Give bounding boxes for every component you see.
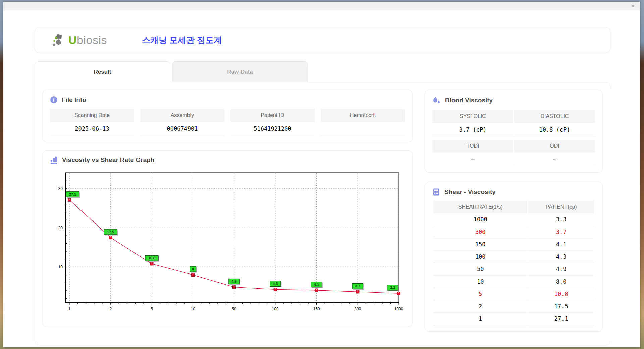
patient-viscosity-cell: 27.1: [528, 313, 594, 325]
file-info-card: File Info Scanning Date Assembly Patient…: [42, 90, 413, 142]
svg-text:1: 1: [68, 307, 71, 311]
field-value-hematocrit: [321, 122, 405, 136]
svg-text:3.3: 3.3: [390, 286, 395, 290]
shear-viscosity-card: Shear - Viscosity SHEAR RATE(1/s) PATIEN…: [425, 182, 603, 332]
field-value-scanning-date: 2025-06-13: [50, 122, 134, 136]
shear-table-row: 150 4.1: [433, 238, 594, 251]
todi-label: TODI: [432, 140, 513, 153]
field-value-patient-id: 51641921200: [230, 122, 315, 136]
viscosity-graph-card: Viscosity vs Shear Rate Graph 1020301251…: [42, 150, 413, 327]
tab-bar: Result Raw Data: [35, 61, 610, 82]
shear-rate-cell: 100: [433, 251, 527, 263]
file-info-title: File Info: [62, 96, 86, 104]
svg-text:10: 10: [58, 265, 63, 269]
svg-text:5: 5: [151, 307, 153, 311]
shear-rate-cell: 5: [433, 288, 527, 300]
systolic-label: SYSTOLIC: [432, 110, 513, 123]
svg-text:10: 10: [191, 307, 196, 311]
shear-rate-cell: 10: [433, 276, 527, 288]
shear-table-row: 1000 3.3: [433, 213, 594, 226]
svg-text:20: 20: [58, 226, 63, 230]
todi-value: –: [432, 153, 513, 166]
close-icon[interactable]: ×: [631, 3, 635, 9]
diastolic-value: 10.8 (cP): [514, 123, 595, 137]
info-icon: [50, 96, 58, 104]
shear-table-row: 300 3.7: [433, 226, 594, 238]
blood-viscosity-title: Blood Viscosity: [445, 97, 493, 104]
diastolic-label: DIASTOLIC: [514, 110, 595, 123]
brand-name: Ubiosis: [68, 34, 107, 47]
svg-text:10.8: 10.8: [148, 256, 155, 260]
ubiosis-logo-icon: [50, 33, 66, 47]
graph-title-row: Viscosity vs Shear Rate Graph: [50, 156, 405, 164]
page-title: 스캐닝 모세관 점도계: [142, 35, 222, 46]
svg-text:4.9: 4.9: [231, 279, 236, 283]
patient-viscosity-cell: 4.9: [528, 263, 594, 276]
odi-label: ODI: [514, 140, 595, 153]
result-panel: File Info Scanning Date Assembly Patient…: [35, 82, 610, 345]
svg-text:4.3: 4.3: [273, 282, 278, 286]
shear-viscosity-title-row: Shear - Viscosity: [432, 188, 595, 196]
patient-viscosity-cell: 3.3: [528, 213, 594, 226]
svg-text:27.1: 27.1: [69, 192, 76, 196]
shear-rate-cell: 2: [433, 300, 527, 313]
field-value-assembly: 000674901: [140, 122, 224, 136]
shear-rate-cell: 150: [433, 238, 527, 251]
blood-viscosity-title-row: Blood Viscosity: [432, 96, 595, 105]
svg-text:50: 50: [232, 307, 236, 311]
svg-text:3.7: 3.7: [355, 284, 360, 288]
patient-viscosity-cell: 17.5: [528, 300, 594, 313]
file-info-title-row: File Info: [50, 96, 405, 104]
svg-text:8: 8: [192, 267, 194, 271]
patient-column-header: PATIENT(cp): [528, 201, 594, 213]
shear-table-row: 50 4.9: [433, 263, 594, 276]
svg-text:4.1: 4.1: [314, 283, 319, 287]
patient-viscosity-cell: 10.8: [528, 288, 594, 300]
shear-table-row: 2 17.5: [433, 300, 594, 313]
field-label-patient-id: Patient ID: [230, 109, 315, 122]
svg-text:1000: 1000: [394, 307, 404, 311]
brand-logo: Ubiosis: [50, 33, 107, 47]
file-info-grid: Scanning Date Assembly Patient ID Hemato…: [50, 109, 405, 136]
tab-result[interactable]: Result: [35, 61, 170, 82]
graph-title: Viscosity vs Shear Rate Graph: [62, 156, 154, 164]
field-label-hematocrit: Hematocrit: [321, 109, 405, 122]
blood-drops-icon: [432, 96, 441, 105]
chart-wrap: 1020301251050100150300100027.117.510.884…: [50, 168, 405, 321]
shear-table-row: 10 8.0: [433, 276, 594, 288]
shear-table-row: 1 27.1: [433, 313, 594, 325]
svg-text:2: 2: [109, 307, 112, 311]
result-dialog: × Ubiosis 스캐닝 모세관 점도계 Resul: [3, 2, 640, 347]
odi-value: –: [514, 153, 595, 166]
svg-text:150: 150: [313, 307, 320, 311]
shear-rate-cell: 300: [433, 226, 527, 238]
blood-viscosity-grid-bottom: TODI ODI – –: [432, 140, 595, 166]
shear-rate-cell: 1000: [433, 213, 527, 226]
shear-rate-column-header: SHEAR RATE(1/s): [433, 201, 527, 213]
shear-viscosity-table: SHEAR RATE(1/s) PATIENT(cp) 1000 3.3 300…: [432, 201, 595, 325]
systolic-value: 3.7 (cP): [432, 123, 513, 137]
calculator-icon: [432, 188, 440, 196]
brand-header: Ubiosis 스캐닝 모세관 점도계: [35, 27, 610, 53]
shear-table-row: 100 4.3: [433, 251, 594, 263]
patient-viscosity-cell: 3.7: [528, 226, 594, 238]
patient-viscosity-cell: 4.1: [528, 238, 594, 251]
shear-rate-cell: 50: [433, 263, 527, 276]
svg-text:17.5: 17.5: [107, 230, 114, 234]
tab-raw-data[interactable]: Raw Data: [172, 61, 308, 82]
dialog-titlebar: ×: [3, 2, 640, 10]
bar-chart-icon: [50, 156, 58, 164]
field-label-scanning-date: Scanning Date: [50, 109, 134, 122]
svg-text:30: 30: [58, 186, 63, 191]
svg-text:100: 100: [272, 307, 279, 311]
left-column: File Info Scanning Date Assembly Patient…: [42, 90, 413, 338]
shear-viscosity-title: Shear - Viscosity: [444, 188, 496, 196]
field-label-assembly: Assembly: [140, 109, 224, 122]
blood-viscosity-card: Blood Viscosity SYSTOLIC DIASTOLIC 3.7 (…: [425, 90, 603, 173]
right-column: Blood Viscosity SYSTOLIC DIASTOLIC 3.7 (…: [425, 90, 603, 338]
patient-viscosity-cell: 4.3: [528, 251, 594, 263]
dialog-content: Ubiosis 스캐닝 모세관 점도계 Result Raw Data: [35, 27, 610, 345]
blood-viscosity-grid-top: SYSTOLIC DIASTOLIC 3.7 (cP) 10.8 (cP): [432, 110, 595, 137]
shear-rate-cell: 1: [433, 313, 527, 325]
svg-text:300: 300: [354, 307, 361, 311]
